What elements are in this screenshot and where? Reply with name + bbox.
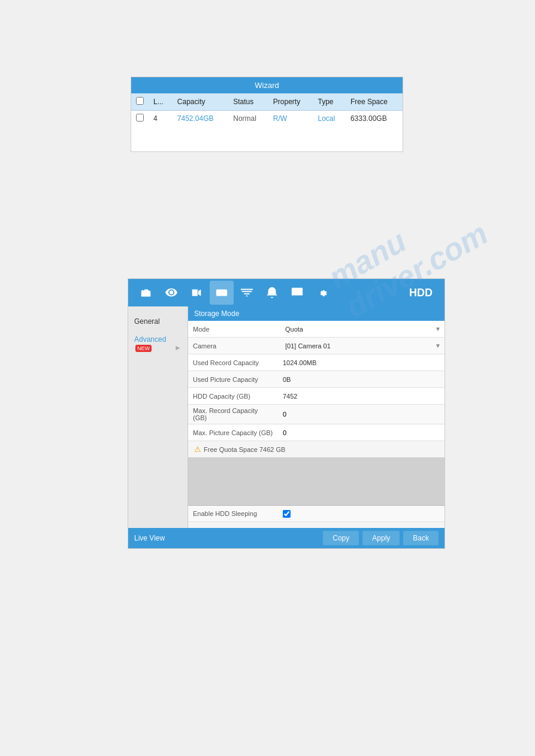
max-picture-row: Max. Picture Capacity (GB) [188, 424, 445, 441]
row-freespace: 6333.00GB [346, 111, 403, 127]
wizard-table: L... Capacity Status Property Type Free … [131, 93, 403, 126]
hdd-capacity-value: 7452 [278, 390, 445, 402]
row-checkbox[interactable] [136, 114, 144, 122]
wizard-table-header: L... Capacity Status Property Type Free … [131, 93, 403, 111]
table-row: 4 7452.04GB Normal R/W Local 6333.00GB [131, 111, 403, 127]
camera-select[interactable]: [01] Camera 01 [283, 341, 440, 351]
max-record-row: Max. Record Capacity (GB) [188, 405, 445, 424]
wizard-col-l: L... [149, 93, 173, 111]
wizard-col-type: Type [313, 93, 346, 111]
hdd-form: Mode Quota Normal ▼ Camera [01] Came [188, 321, 445, 522]
copy-button[interactable]: Copy [323, 531, 359, 545]
free-quota-row: ⚠ Free Quota Space 7462 GB [188, 441, 445, 457]
used-picture-value: 0B [278, 374, 445, 385]
row-capacity: 7452.04GB [173, 111, 228, 127]
mode-select[interactable]: Quota Normal [283, 324, 440, 334]
settings-icon-btn[interactable] [310, 281, 334, 305]
back-button[interactable]: Back [403, 531, 439, 545]
row-checkbox-cell[interactable] [131, 111, 149, 127]
svg-point-1 [223, 292, 225, 294]
max-record-label: Max. Record Capacity (GB) [188, 405, 278, 424]
sidebar-item-general[interactable]: General [128, 312, 188, 330]
sidebar-arrow-icon: ► [174, 344, 182, 352]
mode-value: Quota Normal ▼ [278, 322, 445, 336]
network-icon-btn[interactable] [235, 281, 259, 305]
live-view-label: Live View [134, 534, 165, 542]
enable-sleeping-label: Enable HDD Sleeping [188, 508, 278, 520]
camera-value: [01] Camera 01 ▼ [278, 339, 445, 353]
apply-button[interactable]: Apply [362, 531, 400, 545]
svg-rect-4 [292, 288, 303, 296]
used-record-row: Used Record Capacity 1024.00MB [188, 354, 445, 371]
hdd-capacity-label: HDD Capacity (GB) [188, 390, 278, 402]
used-record-value: 1024.00MB [278, 357, 445, 369]
max-picture-label: Max. Picture Capacity (GB) [188, 427, 278, 439]
enable-sleeping-row: Enable HDD Sleeping [188, 505, 445, 522]
wizard-col-checkbox [131, 93, 149, 111]
advanced-badge: NEW [135, 345, 152, 352]
used-record-label: Used Record Capacity [188, 357, 278, 369]
hdd-panel-title: HDD [409, 287, 439, 299]
camera-icon-btn[interactable] [134, 281, 158, 305]
hdd-sidebar: General Advanced NEW ► [128, 306, 188, 528]
hdd-panel: HDD General Advanced NEW ► Storage Mode … [128, 278, 445, 549]
svg-rect-0 [216, 290, 227, 296]
free-quota-text: Free Quota Space 7462 GB [204, 446, 285, 453]
max-picture-input[interactable] [283, 429, 440, 436]
enable-sleeping-value [278, 508, 445, 520]
wizard-col-freespace: Free Space [346, 93, 403, 111]
max-picture-value[interactable] [278, 427, 445, 439]
used-picture-label: Used Picture Capacity [188, 374, 278, 385]
sidebar-advanced-label: Advanced [134, 335, 166, 344]
bottom-buttons: Copy Apply Back [323, 531, 439, 545]
row-property: R/W [268, 111, 313, 127]
wizard-col-property: Property [268, 93, 313, 111]
wizard-panel: Wizard L... Capacity Status Property Typ… [131, 77, 403, 152]
row-status: Normal [228, 111, 268, 127]
sidebar-general-label: General [134, 317, 160, 326]
warning-icon: ⚠ [194, 445, 201, 454]
enable-sleeping-checkbox[interactable] [283, 510, 291, 518]
row-l: 4 [149, 111, 173, 127]
hdd-spacer [188, 457, 445, 505]
mode-row: Mode Quota Normal ▼ [188, 321, 445, 338]
row-type: Local [313, 111, 346, 127]
wizard-col-status: Status [228, 93, 268, 111]
alarm-icon-btn[interactable] [260, 281, 284, 305]
display-icon-btn[interactable] [285, 281, 309, 305]
camera-row: Camera [01] Camera 01 ▼ [188, 338, 445, 354]
max-record-input[interactable] [283, 411, 440, 418]
record-icon-btn[interactable] [185, 281, 208, 305]
hdd-capacity-row: HDD Capacity (GB) 7452 [188, 388, 445, 405]
storage-mode-title: Storage Mode [188, 306, 445, 321]
max-record-value[interactable] [278, 408, 445, 420]
wizard-title: Wizard [131, 77, 403, 93]
hdd-content: Storage Mode Mode Quota Normal ▼ Came [188, 306, 445, 528]
used-picture-row: Used Picture Capacity 0B [188, 371, 445, 388]
mode-label: Mode [188, 323, 278, 335]
eye-icon-btn[interactable] [159, 281, 183, 305]
sidebar-item-advanced[interactable]: Advanced NEW ► [128, 330, 188, 357]
hdd-bottom-bar: Live View Copy Apply Back [128, 528, 445, 548]
hdd-icon-bar: HDD [128, 279, 445, 306]
camera-label: Camera [188, 340, 278, 352]
wizard-select-all-checkbox[interactable] [136, 97, 144, 105]
hdd-icon-btn[interactable] [210, 281, 234, 305]
hdd-main: General Advanced NEW ► Storage Mode Mode… [128, 306, 445, 528]
wizard-col-capacity: Capacity [173, 93, 228, 111]
